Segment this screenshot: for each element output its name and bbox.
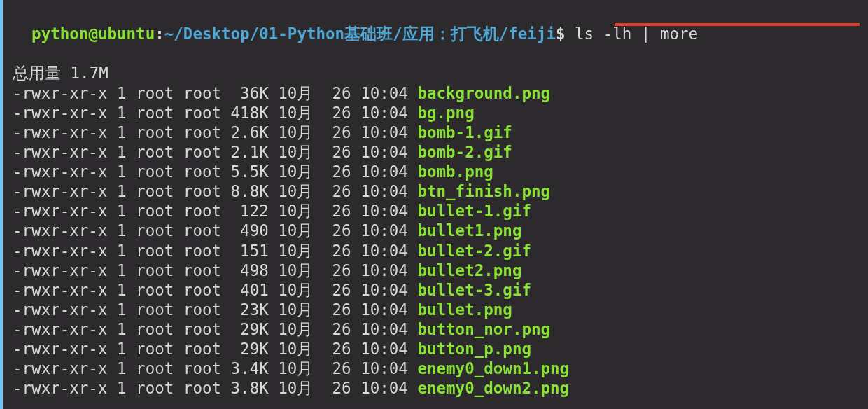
file-group: root xyxy=(183,84,221,102)
file-day: 26 xyxy=(323,202,351,220)
file-time: 10:04 xyxy=(360,104,408,122)
command-text: ls -lh | more xyxy=(566,25,699,43)
file-permissions: -rwxr-xr-x xyxy=(13,143,107,161)
file-name: bg.png xyxy=(417,104,474,122)
file-permissions: -rwxr-xr-x xyxy=(13,162,107,181)
file-month: 10月 xyxy=(278,320,313,338)
file-owner: root xyxy=(136,221,174,240)
prompt-dollar: $ xyxy=(556,25,566,43)
file-name: bullet.png xyxy=(417,300,512,319)
file-listing: -rwxr-xr-x 1 root root 36K 10月 26 10:04 … xyxy=(13,83,862,398)
file-day: 26 xyxy=(323,84,351,102)
file-row: -rwxr-xr-x 1 root root 5.5K 10月 26 10:04… xyxy=(13,162,862,181)
file-month: 10月 xyxy=(278,379,313,397)
file-size: 29K xyxy=(231,320,269,338)
file-links: 1 xyxy=(117,182,127,200)
file-size: 490 xyxy=(231,221,269,240)
file-day: 26 xyxy=(323,123,351,141)
file-name: bomb-1.gif xyxy=(417,123,512,141)
file-links: 1 xyxy=(117,320,127,338)
file-links: 1 xyxy=(117,84,127,102)
file-row: -rwxr-xr-x 1 root root 498 10月 26 10:04 … xyxy=(13,261,862,280)
file-group: root xyxy=(183,281,221,299)
annotation-underline xyxy=(615,23,860,26)
file-time: 10:04 xyxy=(360,242,408,260)
file-name: bullet-2.gif xyxy=(417,242,531,260)
file-permissions: -rwxr-xr-x xyxy=(13,359,107,377)
file-group: root xyxy=(183,143,221,161)
file-month: 10月 xyxy=(278,202,313,220)
file-month: 10月 xyxy=(278,359,313,377)
file-links: 1 xyxy=(117,300,127,319)
file-links: 1 xyxy=(117,359,127,377)
file-owner: root xyxy=(136,202,174,220)
file-group: root xyxy=(183,300,221,319)
file-permissions: -rwxr-xr-x xyxy=(13,182,107,200)
file-name: btn_finish.png xyxy=(417,182,550,200)
file-links: 1 xyxy=(117,340,127,358)
file-owner: root xyxy=(136,340,174,358)
file-time: 10:04 xyxy=(360,143,408,161)
total-usage-line: 总用量 1.7M xyxy=(13,63,862,83)
file-month: 10月 xyxy=(278,340,313,358)
file-name: background.png xyxy=(417,84,550,102)
file-row: -rwxr-xr-x 1 root root 8.8K 10月 26 10:04… xyxy=(13,181,862,201)
file-size: 29K xyxy=(231,340,269,358)
prompt-colon: : xyxy=(155,25,164,43)
file-size: 122 xyxy=(231,202,269,220)
file-permissions: -rwxr-xr-x xyxy=(13,202,107,220)
file-permissions: -rwxr-xr-x xyxy=(13,104,107,122)
file-size: 2.6K xyxy=(231,123,269,141)
file-day: 26 xyxy=(323,182,351,200)
file-month: 10月 xyxy=(278,261,313,279)
file-name: bullet1.png xyxy=(417,221,522,240)
file-row: -rwxr-xr-x 1 root root 490 10月 26 10:04 … xyxy=(13,221,862,240)
file-owner: root xyxy=(136,143,174,161)
file-group: root xyxy=(183,104,221,122)
file-day: 26 xyxy=(323,162,351,181)
file-time: 10:04 xyxy=(360,221,408,240)
file-row: -rwxr-xr-x 1 root root 151 10月 26 10:04 … xyxy=(13,241,862,261)
file-owner: root xyxy=(136,84,174,102)
file-month: 10月 xyxy=(278,300,313,319)
prompt-path: ~/Desktop/01-Python基础班/应用：打飞机/feiji xyxy=(164,25,556,43)
file-group: root xyxy=(183,202,221,220)
file-time: 10:04 xyxy=(360,300,408,319)
file-row: -rwxr-xr-x 1 root root 3.4K 10月 26 10:04… xyxy=(13,359,862,378)
file-owner: root xyxy=(136,320,174,338)
file-time: 10:04 xyxy=(360,359,408,377)
file-time: 10:04 xyxy=(360,320,408,338)
file-row: -rwxr-xr-x 1 root root 29K 10月 26 10:04 … xyxy=(13,319,862,339)
file-name: bomb-2.gif xyxy=(417,143,512,161)
file-permissions: -rwxr-xr-x xyxy=(13,340,107,358)
file-month: 10月 xyxy=(278,221,313,240)
file-size: 23K xyxy=(231,300,269,319)
file-name: enemy0_down1.png xyxy=(417,359,569,377)
file-permissions: -rwxr-xr-x xyxy=(13,84,107,102)
prompt-host: ubuntu xyxy=(98,25,155,43)
file-month: 10月 xyxy=(278,182,313,200)
file-name: bullet-1.gif xyxy=(417,202,531,220)
file-group: root xyxy=(183,162,221,181)
file-size: 5.5K xyxy=(231,162,269,181)
file-group: root xyxy=(183,261,221,279)
file-links: 1 xyxy=(117,379,127,397)
file-group: root xyxy=(183,320,221,338)
file-owner: root xyxy=(136,359,174,377)
file-day: 26 xyxy=(323,242,351,260)
file-permissions: -rwxr-xr-x xyxy=(13,123,107,141)
file-group: root xyxy=(183,359,221,377)
file-size: 401 xyxy=(231,281,269,299)
file-row: -rwxr-xr-x 1 root root 401 10月 26 10:04 … xyxy=(13,280,862,300)
file-permissions: -rwxr-xr-x xyxy=(13,320,107,338)
file-name: enemy0_down2.png xyxy=(417,379,569,397)
file-day: 26 xyxy=(323,221,351,240)
file-links: 1 xyxy=(117,242,127,260)
file-group: root xyxy=(183,379,221,397)
file-permissions: -rwxr-xr-x xyxy=(13,379,107,397)
file-owner: root xyxy=(136,104,174,122)
file-group: root xyxy=(183,340,221,358)
terminal-prompt-line[interactable]: python@ubuntu:~/Desktop/01-Python基础班/应用：… xyxy=(13,4,862,63)
file-time: 10:04 xyxy=(360,202,408,220)
file-month: 10月 xyxy=(278,162,313,181)
